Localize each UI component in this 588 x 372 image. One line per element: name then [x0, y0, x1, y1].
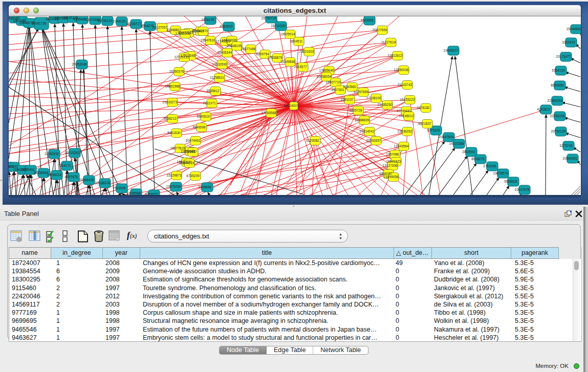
svg-text:12612612: 12612612 — [388, 54, 403, 57]
svg-text:3543959: 3543959 — [360, 18, 374, 22]
svg-text:6735209: 6735209 — [186, 174, 200, 178]
svg-text:16507710: 16507710 — [326, 80, 341, 84]
svg-text:4358480: 4358480 — [73, 17, 86, 21]
svg-text:23636262: 23636262 — [398, 129, 412, 133]
svg-text:5668605: 5668605 — [504, 180, 517, 183]
svg-text:20474461: 20474461 — [186, 139, 201, 142]
svg-text:11727619: 11727619 — [381, 40, 396, 44]
svg-text:22638378: 22638378 — [95, 181, 110, 185]
svg-text:16691923: 16691923 — [386, 160, 401, 163]
svg-text:20762129: 20762129 — [551, 129, 566, 133]
svg-text:19878574: 19878574 — [493, 171, 508, 175]
svg-text:2458145: 2458145 — [201, 18, 214, 21]
svg-text:15444500: 15444500 — [567, 27, 581, 31]
svg-text:3235728: 3235728 — [349, 108, 362, 112]
svg-text:17108100: 17108100 — [366, 96, 381, 100]
svg-text:4657975: 4657975 — [64, 175, 78, 179]
svg-text:12677488: 12677488 — [241, 47, 256, 51]
svg-text:20173477: 20173477 — [556, 55, 571, 58]
svg-text:11588699: 11588699 — [355, 118, 369, 122]
svg-text:18226717: 18226717 — [126, 22, 141, 26]
svg-text:13127396: 13127396 — [383, 164, 398, 167]
svg-text:4340560: 4340560 — [343, 85, 356, 89]
svg-text:5152451: 5152451 — [21, 168, 35, 171]
svg-text:20564361: 20564361 — [563, 157, 578, 160]
svg-text:18724007: 18724007 — [284, 104, 299, 107]
svg-text:7264171: 7264171 — [58, 164, 71, 167]
svg-text:14510388: 14510388 — [449, 142, 464, 145]
svg-text:13695588: 13695588 — [126, 191, 141, 195]
svg-text:7231971: 7231971 — [203, 101, 216, 105]
svg-text:5539937: 5539937 — [184, 150, 197, 154]
svg-text:3275745: 3275745 — [559, 144, 573, 147]
svg-text:3381037: 3381037 — [340, 98, 354, 101]
svg-text:10749441: 10749441 — [397, 109, 411, 113]
svg-text:5129082: 5129082 — [306, 139, 319, 142]
svg-text:23621603: 23621603 — [299, 50, 314, 53]
svg-text:17606879: 17606879 — [268, 56, 282, 59]
svg-text:22914041: 22914041 — [360, 129, 375, 133]
svg-text:20847509: 20847509 — [439, 135, 454, 139]
svg-text:8690656: 8690656 — [551, 83, 564, 87]
svg-text:3804511: 3804511 — [290, 39, 303, 43]
svg-text:17856906: 17856906 — [176, 32, 190, 35]
svg-text:3507301: 3507301 — [331, 88, 344, 92]
svg-text:20366438: 20366438 — [79, 178, 94, 182]
svg-text:1957086: 1957086 — [386, 152, 399, 156]
svg-text:2515577: 2515577 — [294, 65, 307, 69]
svg-text:3306848: 3306848 — [198, 185, 211, 189]
svg-text:12725131: 12725131 — [175, 55, 189, 59]
svg-text:12950036: 12950036 — [394, 68, 409, 72]
svg-text:9535812: 9535812 — [206, 89, 220, 93]
svg-text:3656213: 3656213 — [163, 117, 177, 120]
svg-text:13332690: 13332690 — [212, 62, 227, 66]
svg-text:12843564: 12843564 — [394, 144, 409, 148]
svg-text:3946598: 3946598 — [192, 125, 206, 129]
svg-text:22360294: 22360294 — [548, 99, 562, 102]
svg-text:19999114: 19999114 — [47, 173, 62, 177]
svg-text:5161630: 5161630 — [167, 131, 181, 135]
svg-text:16153222: 16153222 — [400, 98, 415, 101]
svg-text:10917675: 10917675 — [515, 188, 530, 191]
svg-text:2763055: 2763055 — [483, 164, 496, 168]
svg-text:14145012: 14145012 — [399, 114, 414, 118]
svg-text:20053346: 20053346 — [72, 62, 87, 66]
svg-text:21143743: 21143743 — [398, 83, 412, 86]
svg-text:10861588: 10861588 — [165, 84, 180, 88]
svg-text:22253165: 22253165 — [550, 114, 565, 118]
svg-text:3199883: 3199883 — [166, 28, 180, 32]
svg-text:10257659: 10257659 — [354, 90, 368, 94]
svg-text:8521837: 8521837 — [418, 122, 431, 125]
svg-text:7503905: 7503905 — [113, 186, 126, 190]
svg-text:15349848: 15349848 — [280, 60, 295, 63]
svg-text:10844615: 10844615 — [180, 161, 194, 165]
svg-text:19579254: 19579254 — [166, 185, 181, 188]
svg-text:15750734: 15750734 — [262, 16, 276, 20]
svg-text:6299754: 6299754 — [256, 52, 269, 56]
svg-text:20427559: 20427559 — [373, 28, 387, 32]
svg-text:16823006: 16823006 — [222, 38, 237, 42]
svg-text:20137057: 20137057 — [153, 26, 167, 29]
svg-text:23041736: 23041736 — [32, 21, 47, 25]
svg-text:23485250: 23485250 — [378, 103, 393, 106]
svg-text:15229873: 15229873 — [167, 173, 182, 177]
svg-text:19925914: 19925914 — [280, 32, 295, 36]
svg-text:20755120: 20755120 — [98, 19, 113, 23]
svg-text:20848195: 20848195 — [227, 44, 242, 48]
svg-text:18377615: 18377615 — [170, 146, 185, 150]
svg-text:9390519: 9390519 — [197, 115, 210, 118]
svg-text:11258511: 11258511 — [210, 76, 224, 79]
svg-text:9275310: 9275310 — [427, 128, 440, 132]
svg-text:2863941: 2863941 — [462, 150, 475, 154]
svg-text:19041570: 19041570 — [193, 29, 208, 33]
svg-text:17765588: 17765588 — [262, 111, 276, 115]
svg-text:4243823: 4243823 — [537, 107, 550, 111]
svg-text:15231529: 15231529 — [271, 24, 286, 28]
svg-text:19690077: 19690077 — [444, 49, 459, 52]
svg-text:17865640: 17865640 — [319, 69, 334, 72]
svg-text:20356684: 20356684 — [34, 171, 49, 174]
svg-text:20658054: 20658054 — [317, 75, 332, 78]
svg-text:21633273: 21633273 — [163, 100, 178, 104]
svg-text:16260376: 16260376 — [169, 70, 184, 73]
svg-text:11550932: 11550932 — [45, 152, 59, 156]
